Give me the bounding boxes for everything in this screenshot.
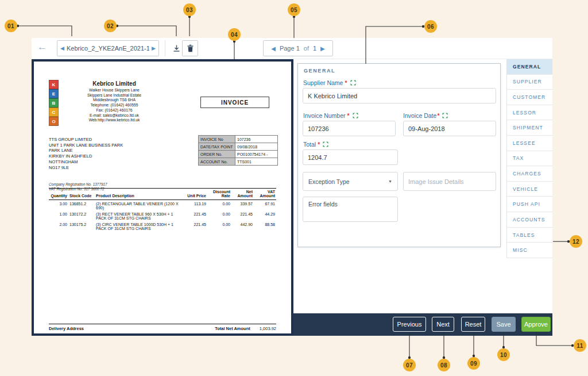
total-net-value: 1,003.92: [260, 326, 276, 331]
invoice-number-label: Invoice Number*: [303, 112, 358, 119]
logo-block: O: [49, 117, 59, 126]
doc-footer-rule: [49, 324, 276, 324]
document-selector[interactable]: ◀ Kebrico_2_YKE2AnE_2021-12-2: ▶: [57, 40, 159, 56]
tab-tax[interactable]: TAX: [507, 151, 552, 167]
info-row: ACCOUNT No.TTS001: [199, 158, 278, 166]
annotation-badge-06: 06: [424, 20, 437, 33]
invoice-date-input[interactable]: [403, 121, 496, 136]
annotation-badge-03: 03: [183, 3, 196, 16]
invoice-title: INVOICE: [200, 97, 269, 108]
tab-lessor[interactable]: LESSOR: [507, 105, 552, 121]
page-total: 1: [313, 45, 316, 52]
tab-tables[interactable]: TABLES: [507, 228, 552, 243]
exception-type-value: Exception Type: [308, 178, 350, 185]
tab-accounts[interactable]: ACCOUNTS: [507, 212, 552, 228]
page-prev-icon[interactable]: ◀: [271, 45, 276, 52]
page-of-label: of: [304, 45, 309, 52]
approve-button[interactable]: Approve: [521, 317, 551, 332]
logo-block: E: [49, 89, 59, 98]
invoice-date-label: Invoice Date*: [403, 112, 448, 119]
download-icon: [172, 44, 181, 53]
annotation-badge-09: 09: [467, 357, 480, 370]
trash-icon: [187, 44, 194, 52]
page-navigation[interactable]: ◀ Page 1 of 1 ▶: [263, 40, 333, 56]
invoice-item-row: 1.00 130172.2 (3) RECT VENEER TABLE 960 …: [49, 210, 276, 221]
info-row: ORDER No.PO0100754174 -: [199, 151, 278, 158]
tab-supplier[interactable]: SUPPLIER: [507, 75, 552, 90]
tab-general[interactable]: GENERAL: [507, 59, 552, 75]
toolbar: ← ◀ Kebrico_2_YKE2AnE_2021-12-2: ▶ ◀ Pag…: [32, 38, 552, 59]
download-button[interactable]: [169, 41, 183, 55]
expand-field-icon[interactable]: [350, 80, 356, 86]
annotation-badge-01: 01: [5, 20, 17, 32]
page-next-icon[interactable]: ▶: [320, 45, 325, 52]
invoice-number-input[interactable]: [303, 121, 396, 136]
page-label: Page 1: [280, 45, 300, 52]
info-row: DATE/TAX POINT09/08/2018: [199, 143, 278, 151]
annotation-badge-12: 12: [570, 235, 582, 248]
toolbar-separator: [165, 40, 165, 56]
invoice-info-table: INVOICE No107236 DATE/TAX POINT09/08/201…: [198, 135, 278, 166]
tab-lessee[interactable]: LESSEE: [507, 136, 552, 151]
document-preview[interactable]: K E B C O Kebrico Limited Walker House S…: [32, 59, 293, 336]
logo-block: K: [49, 80, 59, 89]
tab-shipment[interactable]: SHIPMENT: [507, 120, 552, 136]
next-button[interactable]: Next: [432, 317, 454, 332]
invoice-item-row: 3.00 136851.2 (2) RECTANGULAR TABLE VENE…: [49, 200, 276, 211]
supplier-name-input[interactable]: [303, 88, 496, 103]
company-name: Kebrico Limited: [64, 80, 165, 87]
info-row: INVOICE No107236: [199, 136, 278, 143]
annotation-badge-10: 10: [497, 348, 510, 361]
save-button[interactable]: Save: [492, 317, 516, 332]
tab-push-api[interactable]: PUSH API: [507, 197, 552, 212]
tab-charges[interactable]: CHARGES: [507, 166, 552, 182]
document-filename: Kebrico_2_YKE2AnE_2021-12-2:: [67, 45, 149, 52]
expand-field-icon[interactable]: [323, 141, 328, 147]
total-label: Total*: [303, 141, 328, 148]
tab-vehicle[interactable]: VEHICLE: [507, 182, 552, 197]
error-fields-box: Error fields: [303, 197, 398, 222]
invoice-page: K E B C O Kebrico Limited Walker House S…: [34, 62, 291, 333]
annotation-badge-08: 08: [438, 359, 450, 371]
bill-to-address: TTS GROUP LIMITED UNIT 1 PARK LANE BUSIN…: [49, 137, 123, 170]
back-arrow-icon[interactable]: ←: [37, 41, 47, 53]
total-net-label: Total Net Amount: [215, 326, 250, 331]
delivery-address-label: Delivery Address: [49, 326, 84, 331]
supplier-name-label: Supplier Name*: [303, 79, 356, 86]
section-title: GENERAL: [304, 68, 335, 74]
image-issue-details-input[interactable]: [403, 172, 496, 191]
expand-field-icon[interactable]: [353, 113, 358, 118]
annotation-badge-07: 07: [403, 359, 416, 371]
exception-type-dropdown[interactable]: Exception Type ▼: [303, 172, 398, 191]
company-header: Kebrico Limited Walker House Skippers La…: [64, 80, 165, 123]
tab-misc[interactable]: MISC: [507, 243, 552, 258]
expand-field-icon[interactable]: [442, 113, 448, 118]
section-tabs-sidebar: GENERAL SUPPLIER CUSTOMER LESSOR SHIPMEN…: [506, 59, 552, 258]
error-fields-label: Error fields: [308, 201, 338, 208]
tab-customer[interactable]: CUSTOMER: [507, 90, 552, 105]
logo-block: C: [49, 108, 59, 117]
general-section: GENERAL Supplier Name* Invoice Number* I…: [297, 63, 501, 247]
company-logo: K E B C O: [49, 80, 59, 126]
app-window: ← ◀ Kebrico_2_YKE2AnE_2021-12-2: ▶ ◀ Pag…: [32, 38, 552, 336]
company-address: Walker House Skippers Lane Skippers Lane…: [64, 88, 165, 123]
doc-prev-icon[interactable]: ◀: [60, 45, 64, 51]
doc-next-icon[interactable]: ▶: [152, 45, 156, 51]
invoice-item-row: 2.00 130175.2 (3) CIRC VENEER TABLE 1000…: [49, 221, 276, 231]
annotation-badge-05: 05: [288, 3, 300, 16]
invoice-items-table: Quantity Stock Code Product Description …: [49, 188, 276, 231]
reset-button[interactable]: Reset: [461, 317, 485, 332]
doc-footer: Delivery Address Total Net Amount 1,003.…: [49, 326, 276, 331]
delete-button[interactable]: [182, 40, 198, 56]
annotation-badge-02: 02: [104, 20, 117, 32]
previous-button[interactable]: Previous: [393, 317, 426, 332]
total-input[interactable]: [303, 149, 398, 165]
logo-block: B: [49, 98, 59, 108]
chevron-down-icon: ▼: [388, 179, 392, 183]
annotation-badge-11: 11: [574, 339, 586, 352]
items-header-row: Quantity Stock Code Product Description …: [49, 189, 276, 200]
annotation-badge-04: 04: [228, 28, 241, 41]
